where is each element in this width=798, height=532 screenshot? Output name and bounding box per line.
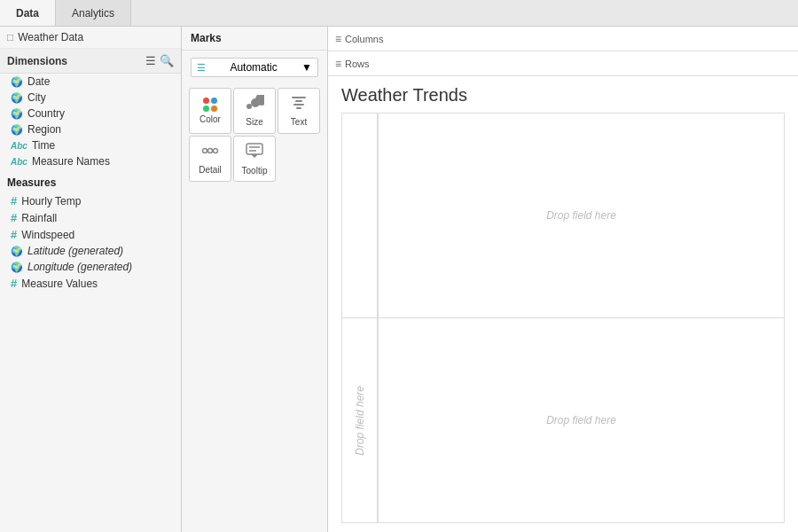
field-hourly-temp[interactable]: # Hourly Temp [0, 192, 181, 209]
dimensions-header: Dimensions ☰ 🔍 [0, 49, 181, 74]
field-time-label: Time [32, 139, 55, 152]
chart-row-labels: Drop field here [342, 113, 378, 522]
chart-row-label-drop[interactable]: Drop field here [342, 318, 378, 522]
marks-type-label: Automatic [230, 61, 277, 74]
field-windspeed[interactable]: # Windspeed [0, 226, 181, 243]
field-country-label: Country [27, 107, 65, 120]
tab-data[interactable]: Data [0, 0, 56, 26]
svg-marker-11 [251, 154, 258, 158]
tab-analytics-label: Analytics [72, 7, 114, 20]
svg-point-8 [208, 149, 213, 153]
main-layout: □ Weather Data Dimensions ☰ 🔍 🌍 Date 🌍 C… [0, 27, 798, 532]
field-rainfall[interactable]: # Rainfall [0, 209, 181, 226]
globe-icon: 🌍 [11, 246, 23, 257]
field-measure-names-label: Measure Names [32, 155, 110, 168]
chart-grid: Drop field here Drop field here Drop fie… [341, 113, 785, 523]
globe-icon: 🌍 [11, 108, 23, 120]
hash-icon: # [11, 211, 17, 224]
svg-rect-10 [246, 144, 262, 154]
columns-shelf[interactable]: ≡ Columns [328, 27, 798, 51]
marks-type-icon: ☰ [197, 62, 206, 74]
hash-icon: # [11, 228, 17, 241]
columns-shelf-label: ≡ Columns [335, 33, 388, 45]
dot-orange [211, 106, 217, 112]
globe-icon: 🌍 [11, 76, 23, 88]
datasource-item[interactable]: □ Weather Data [0, 27, 181, 49]
marks-panel: Marks ☰ Automatic ▼ Color [182, 27, 328, 532]
marks-text-label: Text [291, 117, 307, 127]
svg-point-7 [203, 149, 207, 153]
rows-shelf-label: ≡ Rows [335, 58, 388, 70]
marks-color-label: Color [200, 114, 221, 124]
abc-icon: Abc [11, 157, 27, 167]
marks-color-button[interactable]: Color [189, 88, 231, 134]
field-longitude-label: Longitude (generated) [27, 261, 132, 273]
search-icon[interactable]: 🔍 [160, 54, 174, 67]
field-measure-values[interactable]: # Measure Values [0, 275, 181, 292]
rows-shelf-content[interactable] [395, 53, 791, 74]
grid-icon[interactable]: ☰ [145, 54, 156, 67]
field-time[interactable]: Abc Time [0, 137, 181, 153]
marks-size-button[interactable]: Size [233, 88, 276, 134]
abc-icon: Abc [11, 141, 27, 151]
field-region-label: Region [27, 123, 61, 136]
chart-title: Weather Trends [341, 85, 785, 106]
field-city[interactable]: 🌍 City [0, 90, 181, 106]
svg-point-9 [214, 149, 218, 153]
marks-title: Marks [182, 27, 327, 51]
marks-buttons-grid: Color Size [182, 84, 327, 185]
field-longitude[interactable]: 🌍 Longitude (generated) [0, 259, 181, 275]
left-panel: □ Weather Data Dimensions ☰ 🔍 🌍 Date 🌍 C… [0, 27, 182, 532]
tab-bar: Data Analytics [0, 0, 798, 27]
field-latitude[interactable]: 🌍 Latitude (generated) [0, 243, 181, 259]
svg-rect-5 [293, 104, 304, 106]
tooltip-icon [245, 142, 264, 163]
field-region[interactable]: 🌍 Region [0, 121, 181, 137]
drop-field-top-hint: Drop field here [546, 209, 616, 222]
drop-field-left-hint: Drop field here [354, 386, 366, 456]
rows-shelf-icon: ≡ [335, 58, 341, 70]
globe-icon: 🌍 [11, 92, 23, 104]
field-hourly-temp-label: Hourly Temp [21, 195, 81, 207]
globe-icon: 🌍 [11, 124, 23, 136]
marks-text-button[interactable]: Text [278, 88, 320, 134]
field-date[interactable]: 🌍 Date [0, 74, 181, 90]
marks-detail-label: Detail [199, 165, 222, 175]
globe-icon: 🌍 [11, 262, 23, 273]
rows-shelf[interactable]: ≡ Rows [328, 51, 798, 76]
dot-green [203, 106, 209, 112]
field-latitude-label: Latitude (generated) [27, 245, 123, 257]
dot-red [203, 98, 209, 104]
hash-icon: # [11, 277, 17, 290]
dimensions-title: Dimensions [7, 55, 67, 67]
columns-shelf-icon: ≡ [335, 33, 341, 45]
marks-tooltip-button[interactable]: Tooltip [233, 136, 276, 182]
svg-rect-3 [292, 97, 306, 98]
dimensions-header-icons: ☰ 🔍 [145, 54, 174, 67]
canvas-area: Weather Trends Drop field here Drop fiel… [328, 76, 798, 532]
right-area: ≡ Columns ≡ Rows Weather Trends [328, 27, 798, 532]
marks-detail-button[interactable]: Detail [189, 136, 231, 182]
field-city-label: City [27, 91, 46, 104]
chart-cell-bottom[interactable]: Drop field here [378, 318, 784, 523]
drop-field-bottom-hint: Drop field here [546, 414, 616, 426]
marks-tooltip-label: Tooltip [242, 166, 268, 176]
tab-data-label: Data [16, 7, 39, 20]
field-date-label: Date [27, 75, 50, 88]
field-measure-values-label: Measure Values [21, 278, 98, 290]
marks-size-label: Size [246, 117, 262, 127]
measures-title: Measures [0, 169, 181, 192]
marks-type-dropdown[interactable]: ☰ Automatic ▼ [191, 58, 318, 77]
size-icon [245, 95, 264, 114]
field-measure-names[interactable]: Abc Measure Names [0, 153, 181, 169]
datasource-icon: □ [7, 31, 13, 43]
dot-blue [211, 98, 217, 104]
color-dots-icon [203, 98, 217, 112]
svg-point-0 [246, 104, 252, 109]
tab-analytics[interactable]: Analytics [56, 0, 131, 26]
field-windspeed-label: Windspeed [21, 229, 74, 241]
field-country[interactable]: 🌍 Country [0, 106, 181, 121]
columns-shelf-content[interactable] [395, 28, 791, 50]
chart-cell-top[interactable]: Drop field here [378, 113, 784, 318]
hash-icon: # [11, 194, 17, 207]
